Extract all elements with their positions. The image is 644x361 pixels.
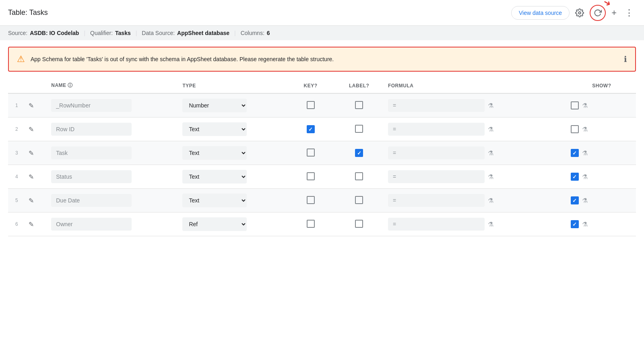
flask-icon[interactable]: ⚗ (488, 221, 493, 228)
show-checkbox[interactable] (571, 220, 579, 228)
formula-input[interactable] (388, 123, 485, 136)
col-header-edit (25, 78, 48, 93)
name-input[interactable] (51, 146, 132, 159)
qualifier-value: Tasks (115, 30, 131, 36)
table-row: 3✎Text ⚗ ⚗ (8, 141, 636, 165)
edit-icon[interactable]: ✎ (29, 221, 34, 228)
settings-icon (575, 8, 584, 17)
edit-icon[interactable]: ✎ (29, 173, 34, 180)
label-checkbox[interactable] (355, 125, 363, 133)
flask-icon[interactable]: ⚗ (488, 149, 493, 157)
key-checkbox[interactable] (307, 172, 315, 180)
type-select[interactable]: Number (182, 99, 247, 112)
row-number: 2 (8, 118, 25, 141)
key-checkbox[interactable] (307, 125, 315, 133)
show-checkbox[interactable] (571, 149, 579, 157)
edit-cell: ✎ (25, 141, 48, 165)
label-checkbox[interactable] (355, 101, 363, 109)
edit-icon[interactable]: ✎ (29, 197, 34, 204)
flask-icon[interactable]: ⚗ (488, 173, 493, 181)
svg-point-0 (578, 12, 581, 14)
name-cell (48, 118, 179, 141)
flask-icon[interactable]: ⚗ (488, 197, 493, 204)
type-select[interactable]: Text (182, 122, 247, 136)
type-cell: Number (179, 93, 287, 118)
source-bar: Source: ASDB: IO Codelab | Qualifier: Ta… (0, 26, 644, 40)
name-input[interactable] (51, 123, 132, 136)
label-cell (333, 93, 385, 118)
label-checkbox[interactable] (355, 196, 363, 204)
table-container: NAME ⓘ TYPE KEY? LABEL? FORMULA SHOW? 1✎… (0, 78, 644, 236)
type-select[interactable]: Text (182, 146, 247, 160)
edit-cell: ✎ (25, 93, 48, 118)
table-header-row: NAME ⓘ TYPE KEY? LABEL? FORMULA SHOW? (8, 78, 636, 93)
label-cell (333, 141, 385, 165)
key-checkbox[interactable] (307, 196, 315, 204)
page-title: Table: Tasks (8, 8, 48, 17)
view-data-source-button[interactable]: View data source (511, 6, 570, 20)
row-number: 3 (8, 141, 25, 165)
flask-icon[interactable]: ⚗ (488, 102, 493, 109)
formula-input[interactable] (388, 99, 485, 112)
formula-input[interactable] (388, 194, 485, 207)
info-icon[interactable]: ℹ (624, 54, 627, 64)
type-cell: Text (179, 118, 287, 141)
type-select[interactable]: Text (182, 170, 247, 184)
columns-value: 6 (267, 30, 270, 36)
name-input[interactable] (51, 218, 132, 231)
key-checkbox[interactable] (307, 101, 315, 109)
show-flask-icon[interactable]: ⚗ (582, 221, 588, 228)
key-cell (288, 118, 333, 141)
type-select[interactable]: Ref (182, 217, 247, 231)
formula-cell: ⚗ (385, 189, 568, 212)
refresh-button[interactable] (594, 9, 602, 17)
name-input[interactable] (51, 194, 132, 207)
edit-icon[interactable]: ✎ (29, 150, 34, 157)
show-checkbox[interactable] (571, 125, 579, 133)
label-cell (333, 118, 385, 141)
formula-input[interactable] (388, 170, 485, 183)
key-cell (288, 189, 333, 212)
warning-icon: ⚠ (17, 54, 25, 64)
show-checkbox[interactable] (571, 173, 579, 181)
key-cell (288, 93, 333, 118)
name-cell (48, 189, 179, 212)
type-select[interactable]: Text (182, 194, 247, 207)
show-cell: ⚗ (568, 141, 636, 165)
edit-icon[interactable]: ✎ (29, 126, 34, 133)
type-cell: Text (179, 165, 287, 189)
show-checkbox[interactable] (571, 196, 579, 204)
show-flask-icon[interactable]: ⚗ (582, 149, 588, 157)
name-input[interactable] (51, 170, 132, 183)
col-header-type: TYPE (179, 78, 287, 93)
show-flask-icon[interactable]: ⚗ (582, 197, 588, 204)
col-header-formula: FORMULA (385, 78, 568, 93)
label-checkbox[interactable] (355, 149, 363, 157)
more-icon: ⋮ (625, 8, 634, 18)
edit-cell: ✎ (25, 118, 48, 141)
edit-cell: ✎ (25, 189, 48, 212)
type-cell: Text (179, 189, 287, 212)
show-checkbox[interactable] (571, 101, 579, 109)
settings-button[interactable] (573, 6, 586, 20)
formula-cell: ⚗ (385, 141, 568, 165)
show-cell: ⚗ (568, 118, 636, 141)
formula-input[interactable] (388, 218, 485, 231)
more-button[interactable]: ⋮ (622, 5, 636, 21)
type-cell: Text (179, 141, 287, 165)
show-flask-icon[interactable]: ⚗ (582, 102, 588, 109)
edit-icon[interactable]: ✎ (29, 102, 34, 109)
show-flask-icon[interactable]: ⚗ (582, 173, 588, 181)
formula-input[interactable] (388, 146, 485, 159)
label-checkbox[interactable] (355, 220, 363, 228)
add-button[interactable]: + (609, 5, 619, 21)
key-checkbox[interactable] (307, 220, 315, 228)
key-checkbox[interactable] (307, 149, 315, 157)
key-cell (288, 212, 333, 236)
flask-icon[interactable]: ⚗ (488, 126, 493, 133)
show-flask-icon[interactable]: ⚗ (582, 126, 588, 133)
name-input[interactable] (51, 99, 132, 112)
qualifier-label: Qualifier: (90, 30, 113, 36)
table-row: 5✎Text ⚗ ⚗ (8, 189, 636, 212)
label-checkbox[interactable] (355, 172, 363, 180)
